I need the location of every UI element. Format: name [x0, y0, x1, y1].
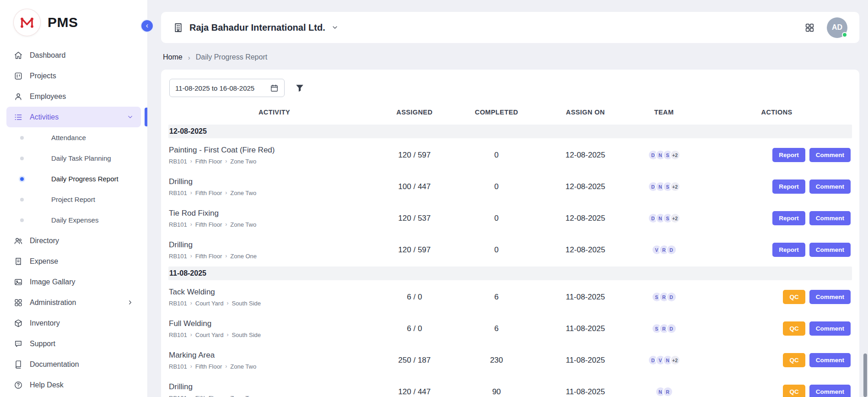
sidebar-item-expense[interactable]: Expense	[6, 251, 141, 272]
sidebar-subitem-label: Daily Progress Report	[51, 175, 119, 183]
team-extra-count[interactable]: +2	[670, 181, 680, 192]
comment-button[interactable]: Comment	[809, 179, 851, 194]
sidebar-item-activities[interactable]: Activities	[6, 107, 141, 127]
report-button[interactable]: Report	[772, 179, 805, 194]
company-selector[interactable]: Raja Bahadur International Ltd.	[173, 22, 339, 33]
sidebar-item-directory[interactable]: Directory	[6, 230, 141, 251]
sidebar-subitem-daily-task-planning[interactable]: Daily Task Planning	[0, 148, 147, 169]
activity-location: RB101›Fifth Floor›Zone Two	[169, 158, 376, 165]
sidebar-item-label: Documentation	[30, 360, 79, 369]
activity-row: Full WeldingRB101›Court Yard›South Side6…	[168, 313, 852, 344]
completed-value: 0	[449, 151, 545, 160]
sidebar-subitem-daily-expenses[interactable]: Daily Expenses	[0, 210, 147, 230]
sidebar-item-support[interactable]: Support	[6, 333, 141, 354]
team-avatar: D	[666, 323, 677, 334]
chevron-right-icon: ›	[188, 54, 190, 61]
sidebar-item-employees[interactable]: Employees	[6, 86, 141, 107]
filter-icon[interactable]	[295, 83, 305, 93]
group-date: 12-08-2025	[169, 127, 207, 136]
sidebar-item-inventory[interactable]: Inventory	[6, 313, 141, 333]
comment-button[interactable]: Comment	[809, 385, 851, 397]
activity-title: Tie Rod Fixing	[169, 209, 376, 218]
comment-button[interactable]: Comment	[809, 353, 851, 367]
sidebar-collapse-button[interactable]: ‹	[140, 19, 154, 33]
chevron-right-icon: ›	[190, 253, 192, 259]
building-icon	[173, 22, 183, 33]
column-header-activity: ACTIVITY	[168, 109, 380, 116]
activity-row: DrillingRB101›Fifth Floor›Zone Two120 / …	[168, 376, 852, 397]
calendar-icon	[270, 84, 279, 92]
comment-button[interactable]: Comment	[809, 321, 851, 336]
topbar: Raja Bahadur International Ltd. AD	[161, 12, 859, 43]
comment-button[interactable]: Comment	[809, 243, 851, 257]
bullet-icon	[20, 198, 24, 201]
activity-title: Tack Welding	[169, 288, 376, 297]
team-extra-count[interactable]: +2	[670, 355, 680, 365]
assigned-value: 100 / 447	[380, 182, 448, 191]
activity-row: Marking AreaRB101›Fifth Floor›Zone Two25…	[168, 344, 852, 376]
group-date: 11-08-2025	[169, 269, 206, 277]
assign-on-date: 11-08-2025	[545, 324, 626, 333]
comment-button[interactable]: Comment	[809, 211, 851, 225]
directory-icon	[14, 236, 23, 245]
activity-cell: Tie Rod FixingRB101›Fifth Floor›Zone Two	[168, 206, 380, 231]
team-extra-count[interactable]: +2	[670, 150, 680, 160]
chevron-right-icon: ›	[225, 190, 227, 196]
report-button[interactable]: Report	[772, 211, 805, 225]
sidebar-item-administration[interactable]: Administration	[6, 292, 141, 313]
location-segment: Fifth Floor	[195, 253, 222, 260]
qc-button[interactable]: QC	[783, 290, 805, 304]
sidebar: PMS DashboardProjectsEmployeesActivities…	[0, 0, 148, 397]
qc-button[interactable]: QC	[783, 321, 805, 336]
bullet-icon	[20, 136, 24, 140]
comment-button[interactable]: Comment	[809, 148, 851, 162]
location-segment: Zone Two	[230, 395, 256, 397]
location-segment: RB101	[169, 158, 187, 165]
qc-button[interactable]: QC	[783, 385, 805, 397]
comment-button[interactable]: Comment	[809, 290, 851, 304]
sidebar-item-documentation[interactable]: Documentation	[6, 354, 141, 375]
home-icon	[14, 51, 23, 60]
activity-title: Drilling	[169, 382, 376, 392]
sidebar-item-label: Activities	[30, 113, 59, 121]
date-group-header: 11-08-2025	[168, 266, 852, 280]
active-route-indicator	[145, 108, 147, 126]
apps-grid-icon[interactable]	[804, 22, 815, 33]
scrollbar-thumb[interactable]	[863, 353, 867, 397]
activity-location: RB101›Fifth Floor›Zone Two	[169, 190, 376, 196]
sidebar-subitem-project-report[interactable]: Project Report	[0, 189, 147, 210]
team-avatar: R	[663, 386, 673, 397]
online-status-dot	[842, 32, 847, 38]
assign-on-date: 12-08-2025	[545, 214, 626, 223]
assign-on-date: 11-08-2025	[545, 356, 626, 365]
sidebar-item-label: Projects	[30, 72, 56, 80]
team-extra-count[interactable]: +2	[670, 213, 680, 223]
main-area: Raja Bahadur International Ltd. AD	[148, 0, 868, 397]
chevron-right-icon: ›	[190, 158, 192, 164]
location-segment: Fifth Floor	[195, 190, 222, 196]
support-icon	[14, 339, 23, 348]
sidebar-item-image-gallary[interactable]: Image Gallary	[6, 272, 141, 292]
completed-value: 6	[449, 293, 545, 302]
date-range-input[interactable]: 11-08-2025 to 16-08-2025	[169, 79, 285, 97]
actions-cell: ReportComment	[701, 179, 852, 194]
user-avatar[interactable]: AD	[827, 17, 847, 38]
sidebar-item-label: Administration	[30, 299, 76, 307]
team-cell: DNS+2	[626, 213, 701, 223]
qc-button[interactable]: QC	[783, 353, 805, 367]
sidebar-item-projects[interactable]: Projects	[6, 65, 141, 86]
breadcrumb-home[interactable]: Home	[163, 53, 183, 61]
report-button[interactable]: Report	[772, 148, 805, 162]
team-cell: NR	[626, 386, 701, 397]
bullet-icon	[20, 177, 24, 181]
logo-m-icon	[17, 12, 37, 33]
chevron-right-icon: ›	[225, 363, 227, 370]
actions-cell: ReportComment	[701, 148, 852, 162]
sidebar-subitem-daily-progress-report[interactable]: Daily Progress Report	[0, 169, 147, 189]
assign-on-date: 12-08-2025	[545, 151, 626, 160]
sidebar-subitem-attendance[interactable]: Attendance	[0, 127, 147, 148]
actions-cell: QCComment	[701, 353, 852, 367]
sidebar-item-dashboard[interactable]: Dashboard	[6, 45, 141, 65]
report-button[interactable]: Report	[772, 243, 805, 257]
sidebar-item-help-desk[interactable]: Help Desk	[6, 375, 141, 395]
